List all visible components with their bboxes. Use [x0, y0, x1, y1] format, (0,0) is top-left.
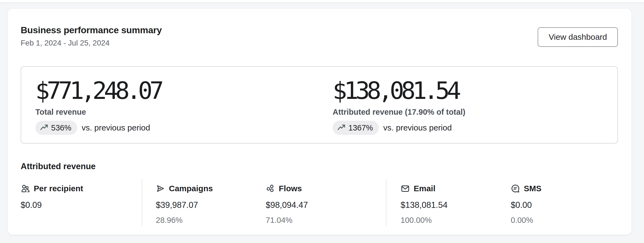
- sms-icon: [511, 184, 520, 193]
- business-performance-card: Business performance summary Feb 1, 2024…: [8, 9, 631, 235]
- campaigns-header: Campaigns: [156, 184, 266, 193]
- people-icon: [21, 184, 30, 193]
- sms-column: SMS $0.00 0.00%: [511, 179, 618, 226]
- trend-comparison: vs. previous period: [383, 123, 452, 133]
- metrics-box: $771,248.07 Total revenue 536% vs. previ…: [21, 66, 618, 144]
- column-value: $0.00: [511, 200, 618, 210]
- send-icon: [156, 184, 165, 193]
- column-value: $98,094.47: [266, 200, 386, 210]
- column-percent: 100.00%: [401, 215, 511, 225]
- attributed-revenue-trend-row: 1367% vs. previous period: [333, 121, 465, 135]
- column-value: $39,987.07: [156, 200, 266, 210]
- attributed-revenue-metric: $138,081.54 Attributed revenue (17.90% o…: [333, 79, 465, 143]
- trending-up-icon: [337, 123, 346, 132]
- flows-icon: [266, 184, 275, 193]
- trend-badge: 1367%: [333, 121, 379, 135]
- flows-column: Flows $98,094.47 71.04%: [266, 179, 386, 226]
- column-value: $138,081.54: [401, 200, 511, 210]
- trend-value: 1367%: [348, 123, 373, 133]
- column-label: Per recipient: [34, 184, 83, 193]
- column-label: Email: [414, 184, 435, 193]
- trend-comparison: vs. previous period: [82, 123, 150, 133]
- total-revenue-label: Total revenue: [35, 107, 333, 117]
- page-title: Business performance summary: [21, 25, 162, 35]
- email-icon: [401, 184, 410, 193]
- attributed-revenue-breakdown: Per recipient $0.09 Campaigns $39,987.07…: [21, 179, 618, 226]
- per-recipient-header: Per recipient: [21, 184, 142, 193]
- total-revenue-trend-row: 536% vs. previous period: [35, 121, 333, 135]
- attributed-revenue-label: Attributed revenue (17.90% of total): [333, 107, 465, 117]
- sms-header: SMS: [511, 184, 618, 193]
- date-range: Feb 1, 2024 - Jul 25, 2024: [21, 38, 162, 48]
- trend-value: 536%: [51, 123, 71, 133]
- total-revenue-metric: $771,248.07 Total revenue 536% vs. previ…: [35, 79, 333, 143]
- card-header: Business performance summary Feb 1, 2024…: [21, 25, 618, 48]
- column-percent: 0.00%: [511, 215, 618, 225]
- email-header: Email: [401, 184, 511, 193]
- column-percent: 28.96%: [156, 215, 266, 225]
- column-label: Campaigns: [169, 184, 213, 193]
- view-dashboard-button[interactable]: View dashboard: [538, 27, 618, 47]
- attributed-revenue-amount: $138,081.54: [333, 79, 465, 103]
- column-percent: 71.04%: [266, 215, 386, 225]
- column-label: SMS: [524, 184, 541, 193]
- campaigns-column: Campaigns $39,987.07 28.96%: [156, 179, 266, 226]
- per-recipient-column: Per recipient $0.09: [21, 179, 142, 226]
- flows-header: Flows: [266, 184, 386, 193]
- trend-badge: 536%: [35, 121, 77, 135]
- column-value: $0.09: [21, 200, 142, 210]
- header-text-block: Business performance summary Feb 1, 2024…: [21, 25, 162, 48]
- attributed-revenue-heading: Attributed revenue: [21, 162, 618, 171]
- trending-up-icon: [40, 123, 48, 132]
- total-revenue-amount: $771,248.07: [35, 79, 333, 103]
- email-column: Email $138,081.54 100.00%: [401, 179, 511, 226]
- column-label: Flows: [279, 184, 302, 193]
